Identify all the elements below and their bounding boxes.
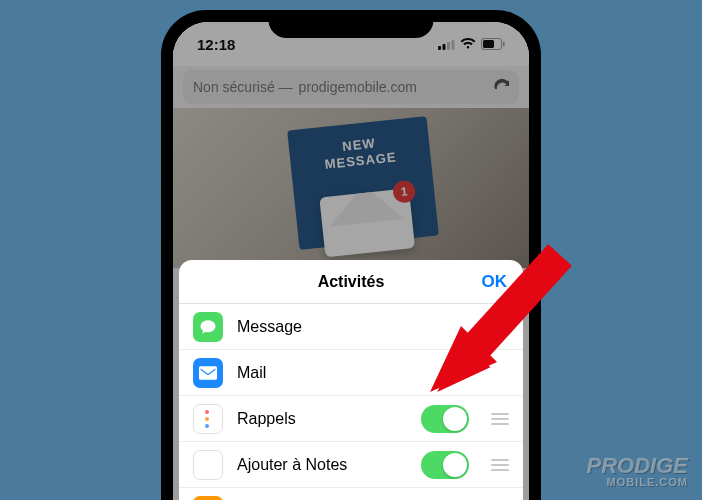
watermark-brand: PRODIGE xyxy=(587,453,688,478)
sheet-header: Activités OK xyxy=(179,260,523,304)
row-books[interactable]: Enregistrer le PDF dans Livres xyxy=(179,488,523,500)
mail-icon xyxy=(193,358,223,388)
toggle-reminders[interactable] xyxy=(421,405,469,433)
screen: 12:18 Non sécurisé — prodigemobile.com N… xyxy=(173,22,529,500)
row-reminders[interactable]: Rappels xyxy=(179,396,523,442)
drag-handle[interactable] xyxy=(491,459,509,471)
row-notes[interactable]: Ajouter à Notes xyxy=(179,442,523,488)
watermark: PRODIGE MOBILE.COM xyxy=(587,455,688,488)
row-message[interactable]: Message xyxy=(179,304,523,350)
phone-frame: 12:18 Non sécurisé — prodigemobile.com N… xyxy=(161,10,541,500)
reminders-icon xyxy=(193,404,223,434)
row-label: Ajouter à Notes xyxy=(237,456,407,474)
notch xyxy=(269,10,434,38)
activities-sheet: Activités OK Message Mail xyxy=(179,260,523,500)
watermark-sub: MOBILE.COM xyxy=(587,477,688,488)
row-label: Message xyxy=(237,318,509,336)
books-icon xyxy=(193,496,223,501)
message-icon xyxy=(193,312,223,342)
sheet-title: Activités xyxy=(318,273,385,291)
row-mail[interactable]: Mail xyxy=(179,350,523,396)
row-label: Mail xyxy=(237,364,509,382)
ok-button[interactable]: OK xyxy=(482,272,508,292)
drag-handle[interactable] xyxy=(491,413,509,425)
notes-icon xyxy=(193,450,223,480)
row-label: Rappels xyxy=(237,410,407,428)
toggle-notes[interactable] xyxy=(421,451,469,479)
